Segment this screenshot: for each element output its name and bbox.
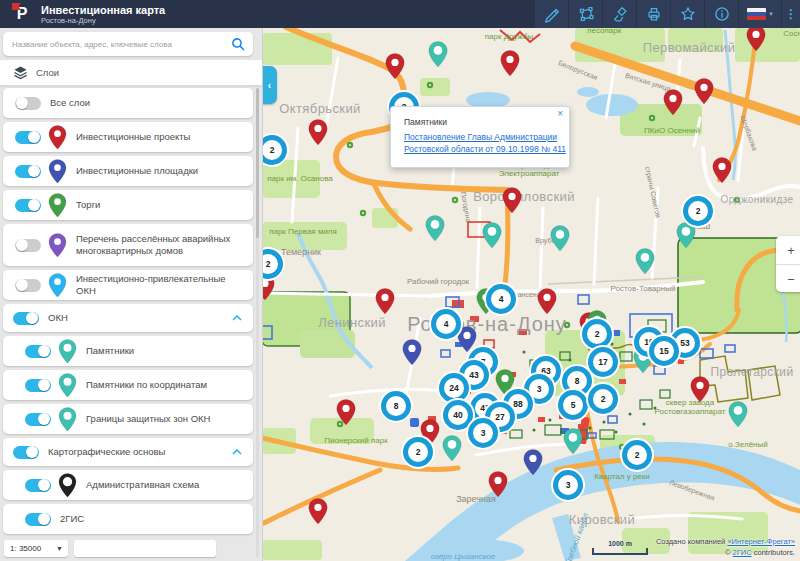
red-map-pin[interactable]: [308, 119, 328, 146]
red-map-pin[interactable]: [385, 53, 405, 80]
teal-map-pin[interactable]: [428, 41, 448, 68]
sidebar-scrollbar-thumb[interactable]: [256, 88, 259, 238]
sidebar-collapse-button[interactable]: ‹: [262, 66, 277, 104]
red-map-pin[interactable]: [336, 399, 356, 426]
red-map-pin[interactable]: [694, 78, 714, 105]
layer-toggle[interactable]: [13, 446, 39, 459]
teal-map-pin[interactable]: [676, 222, 696, 249]
red-map-pin[interactable]: [375, 288, 395, 315]
layer-row[interactable]: Границы защитных зон ОКН: [3, 404, 253, 434]
popup-title: Памятники: [404, 117, 569, 127]
layer-row[interactable]: Инвестиционные площадки: [3, 156, 253, 186]
cluster-marker[interactable]: 15: [649, 336, 679, 366]
teal-map-pin[interactable]: [482, 222, 502, 249]
search-icon[interactable]: [231, 37, 245, 51]
menu-button[interactable]: ⋮: [782, 0, 800, 28]
language-button[interactable]: ▾: [739, 0, 781, 28]
map[interactable]: ОктябрьскийПервомайскийВорошиловскийЛени…: [262, 28, 800, 561]
attribution-created-text: Создано компанией: [656, 537, 727, 546]
teal-map-pin[interactable]: [728, 401, 748, 428]
favorites-button[interactable]: [671, 0, 704, 28]
layer-label: Инвестиционно-привлекательные ОКН: [76, 273, 244, 298]
attribution-2gis-link[interactable]: 2ГИС: [733, 548, 752, 557]
teal-map-pin[interactable]: [550, 225, 570, 252]
layers-panel-title: Слои: [36, 67, 59, 78]
layer-toggle[interactable]: [25, 379, 51, 392]
layer-toggle[interactable]: [15, 131, 41, 144]
red-map-pin[interactable]: [663, 89, 683, 116]
layer-toggle[interactable]: [15, 279, 41, 292]
layer-row[interactable]: 2ГИС: [3, 504, 253, 534]
red-map-pin[interactable]: [746, 28, 766, 52]
search-input[interactable]: [3, 40, 231, 49]
layer-group-row[interactable]: ОКН: [3, 304, 253, 332]
popup-document-link-line2[interactable]: Ростовской области от 09.10.1998 № 411: [404, 143, 569, 155]
sidebar-footer-input[interactable]: [74, 540, 216, 557]
app-window: Р Инвестиционная карта Ростов-на-Дону ▾⋮…: [0, 0, 800, 561]
layer-toggle[interactable]: [13, 312, 39, 325]
blue-map-pin[interactable]: [402, 339, 422, 366]
print-button[interactable]: [637, 0, 670, 28]
cluster-marker[interactable]: 17: [588, 347, 618, 377]
layer-toggle[interactable]: [15, 239, 41, 252]
cluster-marker[interactable]: 5: [558, 390, 588, 420]
teal-map-pin[interactable]: [563, 428, 583, 455]
layer-toggle[interactable]: [25, 413, 51, 426]
chevron-down-icon: ▾: [769, 10, 773, 18]
teal-map-pin[interactable]: [425, 215, 445, 242]
red-map-pin[interactable]: [502, 187, 522, 214]
layers-panel-header[interactable]: Слои: [0, 60, 262, 86]
cluster-marker[interactable]: 3: [553, 470, 583, 500]
red-map-pin[interactable]: [537, 288, 557, 315]
area-button[interactable]: [569, 0, 602, 28]
cluster-marker[interactable]: 2: [582, 319, 612, 349]
red-map-pin[interactable]: [308, 498, 328, 525]
clear-button[interactable]: [603, 0, 636, 28]
layer-row[interactable]: Памятники: [3, 336, 253, 366]
cluster-marker[interactable]: 24: [439, 373, 469, 403]
teal-map-pin[interactable]: [635, 248, 655, 275]
popup-close-icon[interactable]: ×: [557, 109, 563, 119]
layer-toggle[interactable]: [15, 199, 41, 212]
cluster-marker[interactable]: 3: [468, 418, 498, 448]
cluster-marker[interactable]: 2: [683, 196, 713, 226]
chevron-up-icon[interactable]: [232, 315, 242, 321]
popup-document-link-line1[interactable]: Постановление Главы Администрации: [404, 131, 569, 143]
header-toolbar: ▾⋮: [534, 0, 800, 28]
red-map-pin[interactable]: [500, 50, 520, 77]
red-map-pin[interactable]: [690, 376, 710, 403]
red-map-pin[interactable]: [712, 157, 732, 184]
zoom-in-button[interactable]: +: [776, 236, 800, 265]
map-popup: × Памятники Постановление Главы Админист…: [390, 106, 570, 168]
cluster-marker[interactable]: 2: [622, 440, 652, 470]
layer-row[interactable]: Все слои: [3, 88, 253, 118]
cluster-marker[interactable]: 8: [381, 391, 411, 421]
layer-toggle[interactable]: [25, 345, 51, 358]
blue-map-pin[interactable]: [523, 449, 543, 476]
cluster-marker[interactable]: 2: [588, 384, 618, 414]
chevron-up-icon[interactable]: [232, 449, 242, 455]
layer-row[interactable]: Памятники по координатам: [3, 370, 253, 400]
layer-toggle[interactable]: [25, 513, 51, 526]
info-button[interactable]: [705, 0, 738, 28]
layer-toggle[interactable]: [15, 165, 41, 178]
map-scale-select[interactable]: 1: 35000 ▼: [4, 540, 68, 557]
layer-toggle[interactable]: [15, 97, 41, 110]
layer-row[interactable]: Торги: [3, 190, 253, 220]
cluster-marker[interactable]: 4: [486, 284, 516, 314]
layer-group-row[interactable]: Картографические основы: [3, 438, 253, 466]
layer-row[interactable]: Инвестиционно-привлекательные ОКН: [3, 270, 253, 300]
app-logo-icon[interactable]: Р: [9, 2, 35, 26]
red-map-pin[interactable]: [488, 471, 508, 498]
cluster-marker[interactable]: 4: [431, 309, 461, 339]
attribution-company-link[interactable]: «Интернет-Фрегат»: [727, 537, 795, 546]
layer-row[interactable]: Перечень расселённых аварийных многоквар…: [3, 224, 253, 266]
layer-toggle[interactable]: [25, 479, 51, 492]
layer-row[interactable]: Инвестиционные проекты: [3, 122, 253, 152]
layer-row[interactable]: Административная схема: [3, 470, 253, 500]
teal-map-pin[interactable]: [442, 435, 462, 462]
cluster-marker[interactable]: 2: [403, 437, 433, 467]
measure-button[interactable]: [535, 0, 568, 28]
zoom-out-button[interactable]: −: [776, 265, 800, 293]
area-icon: [577, 5, 595, 23]
